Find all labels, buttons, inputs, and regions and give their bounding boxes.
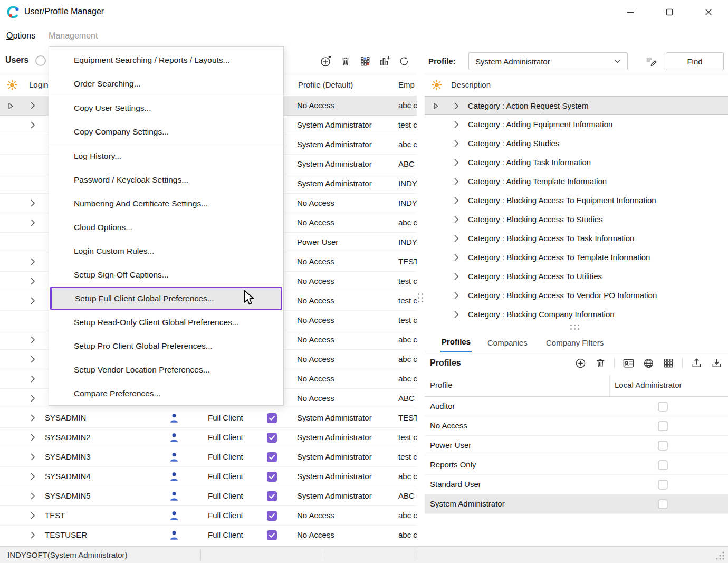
row-expander-icon[interactable] bbox=[8, 102, 14, 112]
export-icon[interactable] bbox=[690, 357, 703, 369]
menu-item-cloud-options[interactable]: Cloud Options... bbox=[49, 215, 283, 239]
expand-chevron-icon[interactable] bbox=[30, 101, 36, 112]
expand-chevron-icon[interactable] bbox=[30, 375, 36, 385]
expand-chevron-icon[interactable] bbox=[454, 196, 459, 206]
expand-chevron-icon[interactable] bbox=[454, 102, 459, 112]
category-row[interactable]: Category : Adding Equipment Information bbox=[425, 115, 728, 134]
refresh-icon[interactable] bbox=[398, 55, 410, 68]
category-row[interactable]: Category : Blocking Access To Vendor PO … bbox=[425, 286, 728, 305]
active-checkbox[interactable] bbox=[267, 511, 277, 521]
tab-profiles[interactable]: Profiles bbox=[440, 332, 472, 352]
vertical-splitter[interactable] bbox=[418, 293, 423, 302]
expand-chevron-icon[interactable] bbox=[30, 511, 36, 522]
menu-item-setup-read-only-client-global-preferences[interactable]: Setup Read-Only Client Global Preference… bbox=[49, 310, 283, 334]
active-checkbox[interactable] bbox=[267, 472, 277, 482]
expand-chevron-icon[interactable] bbox=[30, 492, 36, 502]
expand-chevron-icon[interactable] bbox=[454, 310, 459, 320]
tab-company-filters[interactable]: Company Filters bbox=[545, 332, 605, 352]
menu-item-equipment-searching-reports-layouts[interactable]: Equipment Searching / Reports / Layouts.… bbox=[49, 48, 283, 72]
expand-chevron-icon[interactable] bbox=[30, 218, 36, 229]
user-row[interactable]: SYSADMINFull ClientSystem AdministratorT… bbox=[0, 408, 417, 428]
expand-chevron-icon[interactable] bbox=[30, 433, 36, 444]
profile-row[interactable]: Reports Only bbox=[425, 455, 728, 475]
expand-chevron-icon[interactable] bbox=[454, 139, 459, 149]
add-user-icon[interactable] bbox=[320, 55, 332, 68]
active-checkbox[interactable] bbox=[267, 433, 277, 443]
login-column-header[interactable]: Login bbox=[29, 80, 49, 89]
add-column-icon[interactable] bbox=[378, 55, 391, 68]
user-row[interactable]: TESTUSERFull ClientNo Accessabc c bbox=[0, 526, 417, 545]
active-checkbox[interactable] bbox=[267, 452, 277, 462]
category-row[interactable]: Category : Adding Task Information bbox=[425, 153, 728, 172]
local-admin-checkbox[interactable] bbox=[658, 499, 668, 509]
horizontal-splitter[interactable] bbox=[570, 325, 579, 330]
expand-chevron-icon[interactable] bbox=[454, 272, 459, 282]
row-expander-icon[interactable] bbox=[433, 102, 439, 111]
expand-chevron-icon[interactable] bbox=[454, 253, 459, 263]
menu-item-numbering-and-certificate-settings[interactable]: Numbering And Certificate Settings... bbox=[49, 192, 283, 215]
expand-chevron-icon[interactable] bbox=[454, 215, 459, 225]
grid-icon[interactable] bbox=[662, 357, 675, 369]
expand-chevron-icon[interactable] bbox=[30, 355, 36, 366]
expand-chevron-icon[interactable] bbox=[30, 453, 36, 463]
profile-column-header[interactable]: Profile bbox=[430, 380, 453, 389]
menu-item-setup-vendor-location-preferences[interactable]: Setup Vendor Location Preferences... bbox=[49, 358, 283, 381]
edit-description-icon[interactable] bbox=[644, 55, 658, 69]
category-row[interactable]: Category : Blocking Access To Utilities bbox=[425, 267, 728, 286]
import-icon[interactable] bbox=[710, 357, 723, 369]
delete-user-icon[interactable] bbox=[339, 55, 352, 68]
local-admin-checkbox[interactable] bbox=[658, 421, 668, 431]
active-checkbox[interactable] bbox=[267, 491, 277, 501]
tab-companies[interactable]: Companies bbox=[486, 332, 529, 352]
options-sun-icon[interactable] bbox=[6, 79, 18, 93]
profile-default-column-header[interactable]: Profile (Default) bbox=[298, 80, 353, 89]
menu-item-log-history[interactable]: Log History... bbox=[49, 144, 283, 168]
profile-row[interactable]: Power User bbox=[425, 436, 728, 455]
menu-item-compare-preferences[interactable]: Compare Preferences... bbox=[49, 381, 283, 405]
category-row[interactable]: Category : Action Request System bbox=[425, 96, 728, 115]
expand-chevron-icon[interactable] bbox=[30, 394, 36, 405]
profile-dropdown[interactable]: System Administrator bbox=[468, 52, 628, 70]
category-row[interactable]: Category : Blocking Company Information bbox=[425, 305, 728, 324]
user-card-icon[interactable] bbox=[622, 357, 635, 369]
expand-chevron-icon[interactable] bbox=[454, 234, 459, 244]
expand-chevron-icon[interactable] bbox=[30, 531, 36, 541]
close-button[interactable] bbox=[696, 3, 721, 21]
category-row[interactable]: Category : Blocking Access To Studies bbox=[425, 210, 728, 229]
local-admin-checkbox[interactable] bbox=[658, 402, 668, 412]
expand-chevron-icon[interactable] bbox=[30, 336, 36, 346]
add-profile-icon[interactable] bbox=[574, 357, 587, 369]
user-row[interactable]: SYSADMIN2Full ClientSystem Administrator… bbox=[0, 428, 417, 447]
resize-grip[interactable] bbox=[715, 551, 725, 562]
expand-chevron-icon[interactable] bbox=[30, 257, 36, 268]
expand-chevron-icon[interactable] bbox=[30, 199, 36, 209]
user-row[interactable]: SYSADMIN3Full ClientSystem Administrator… bbox=[0, 447, 417, 467]
expand-chevron-icon[interactable] bbox=[30, 472, 36, 483]
expand-chevron-icon[interactable] bbox=[454, 291, 459, 301]
category-row[interactable]: Category : Blocking Access To Template I… bbox=[425, 248, 728, 267]
profile-row[interactable]: Standard User bbox=[425, 475, 728, 494]
globe-icon[interactable] bbox=[642, 357, 655, 369]
expand-chevron-icon[interactable] bbox=[30, 297, 36, 307]
menubar-management[interactable]: Management bbox=[44, 28, 102, 43]
menu-item-setup-pro-client-global-preferences[interactable]: Setup Pro Client Global Preferences... bbox=[49, 334, 283, 358]
employee-column-header[interactable]: Emp bbox=[398, 80, 415, 89]
expand-chevron-icon[interactable] bbox=[454, 158, 459, 168]
user-row[interactable]: SYSADMIN5Full ClientSystem Administrator… bbox=[0, 486, 417, 506]
menu-item-setup-sign-off-captions[interactable]: Setup Sign-Off Captions... bbox=[49, 263, 283, 287]
expand-chevron-icon[interactable] bbox=[30, 414, 36, 424]
minimize-button[interactable] bbox=[618, 3, 643, 21]
menu-item-copy-company-settings[interactable]: Copy Company Settings... bbox=[49, 120, 283, 144]
menubar-options[interactable]: Options bbox=[2, 28, 40, 43]
local-admin-column-header[interactable]: Local Administrator bbox=[615, 380, 682, 389]
menu-item-order-searching[interactable]: Order Searching... bbox=[49, 72, 283, 96]
profile-row[interactable]: System Administrator bbox=[425, 494, 728, 514]
category-row[interactable]: Category : Blocking Access To Equipment … bbox=[425, 191, 728, 210]
expand-chevron-icon[interactable] bbox=[30, 277, 36, 288]
local-admin-checkbox[interactable] bbox=[658, 460, 668, 470]
users-toggle-icon[interactable] bbox=[35, 55, 46, 66]
expand-chevron-icon[interactable] bbox=[454, 120, 459, 130]
profile-row[interactable]: No Access bbox=[425, 416, 728, 436]
maximize-button[interactable] bbox=[657, 3, 682, 21]
options-sun-icon[interactable] bbox=[431, 79, 443, 93]
